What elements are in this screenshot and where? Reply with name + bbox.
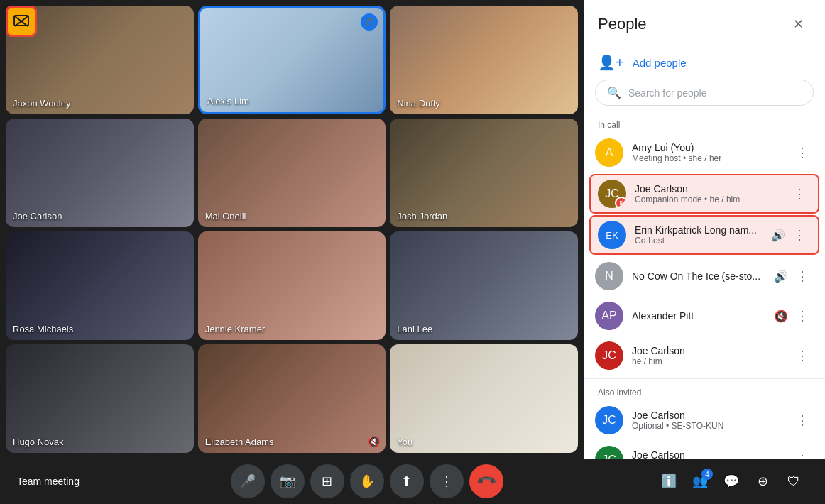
audio-on-badge: 🎵 <box>361 13 378 31</box>
person-item[interactable]: JC🖥Joe CarlsonCompanion mode • he / him⋮ <box>589 174 819 214</box>
panel-header: People ✕ <box>584 0 825 48</box>
avatar: N <box>595 262 623 290</box>
participant-name: You <box>397 437 412 447</box>
person-name: Alexander Pitt <box>632 310 765 322</box>
more-options-button[interactable]: ⋮ <box>791 344 814 367</box>
chat-button[interactable]: 💬 <box>717 467 745 495</box>
more-options-button[interactable]: ⋮ <box>788 182 811 205</box>
person-sub: Meeting host • she / her <box>632 153 782 163</box>
person-info: Joe Carlsonhe / him <box>632 345 782 366</box>
more-options-button[interactable]: ⋮ <box>791 305 814 327</box>
people-list: AAmy Lui (You)Meeting host • she / her⋮J… <box>584 133 825 459</box>
activities-button[interactable]: ⊕ <box>748 467 777 495</box>
video-tile: Rosa Michaels <box>6 231 194 340</box>
person-name: Erin Kirkpatrick Long nam... <box>635 224 763 236</box>
avatar: AP <box>595 302 623 330</box>
people-button[interactable]: 👥 4 <box>686 467 714 495</box>
person-item[interactable]: APAlexander Pitt🔇⋮ <box>584 296 825 336</box>
more-options-button[interactable]: ⋮ <box>791 409 814 432</box>
also-invited-label: Also invited <box>584 382 825 400</box>
participant-name: Mai Oneill <box>205 211 246 221</box>
person-sub: Co-host <box>635 236 763 246</box>
participant-name: Jennie Kramer <box>205 324 266 334</box>
person-actions: ⋮ <box>791 141 814 164</box>
participant-name: Josh Jordan <box>397 211 447 221</box>
person-info: No Cow On The Ice (se-sto... <box>632 270 765 282</box>
person-actions: ⋮ <box>791 344 814 367</box>
person-name: Joe Carlson <box>632 449 782 459</box>
more-options-button[interactable]: ⋮ <box>791 141 814 164</box>
camera-button[interactable]: 📷 <box>271 464 305 498</box>
person-item[interactable]: EKErin Kirkpatrick Long nam...Co-host🔊⋮ <box>589 215 819 255</box>
search-icon: 🔍 <box>607 86 621 99</box>
people-count-badge: 4 <box>701 469 713 480</box>
end-call-button[interactable]: 📞 <box>462 457 510 504</box>
more-options-button[interactable]: ⋮ <box>788 224 811 246</box>
video-tile: Elizabeth Adams🔇 <box>198 344 386 453</box>
section-divider <box>584 378 825 379</box>
person-item[interactable]: JCJoe Carlsonhe / him⋮ <box>584 336 825 376</box>
avatar: JC🖥 <box>598 180 626 208</box>
person-name: Joe Carlson <box>632 345 782 356</box>
person-sub: Companion mode • he / him <box>635 195 780 204</box>
in-call-section-label: In call <box>584 114 825 133</box>
add-people-row[interactable]: 👤+ Add people <box>584 48 825 80</box>
person-sub: he / him <box>632 356 782 366</box>
panel-title: People <box>598 15 647 33</box>
raise-hand-button[interactable]: ✋ <box>350 464 384 498</box>
person-actions: ⋮ <box>791 409 814 432</box>
video-grid: Jaxon Wooley🎵Alexis LimNina DuffyJoe Car… <box>0 0 584 459</box>
person-actions: ⋮ <box>791 449 814 459</box>
participant-name: Nina Duffy <box>397 98 439 109</box>
participant-name: Hugo Novak <box>13 437 64 447</box>
avatar: JC <box>595 406 623 434</box>
person-actions: ⋮ <box>788 182 811 205</box>
people-panel: People ✕ 👤+ Add people 🔍 In call AAmy Lu… <box>584 0 825 459</box>
person-actions: 🔇⋮ <box>774 305 814 327</box>
avatar: JC <box>595 341 623 370</box>
participant-name: Joe Carlson <box>13 211 62 221</box>
captions-button[interactable]: ⊞ <box>310 464 344 498</box>
person-name: No Cow On The Ice (se-sto... <box>632 270 765 282</box>
mic-button[interactable]: 🎤 <box>231 464 265 498</box>
person-name: Joe Carlson <box>635 183 780 195</box>
right-controls: ℹ️ 👥 4 💬 ⊕ 🛡 <box>655 467 808 495</box>
participant-name: Jaxon Wooley <box>13 98 70 109</box>
more-options-button[interactable]: ⋮ <box>791 265 814 287</box>
video-tile: Lani Lee <box>390 231 578 340</box>
person-actions: 🔊⋮ <box>771 224 811 246</box>
participant-name: Elizabeth Adams <box>205 437 274 447</box>
safety-button[interactable]: 🛡 <box>780 467 808 495</box>
video-tile: Jennie Kramer <box>198 231 386 340</box>
person-info: Joe CarlsonOptional • SE-STO-KUN <box>632 410 782 431</box>
video-tile: Hugo Novak <box>6 344 194 453</box>
mic-off-icon: 🔇 <box>774 309 788 323</box>
mute-icon: 🔇 <box>368 436 380 447</box>
person-item[interactable]: JCJoe CarlsonOptional • SE-STO-KUN⋮ <box>584 400 825 440</box>
share-button[interactable]: ⬆ <box>390 464 424 498</box>
person-item[interactable]: AAmy Lui (You)Meeting host • she / her⋮ <box>584 133 825 172</box>
search-box: 🔍 <box>595 80 814 106</box>
search-input[interactable] <box>628 87 802 99</box>
video-tile: Nina Duffy <box>390 6 578 114</box>
avatar: EK <box>598 221 626 249</box>
person-item[interactable]: JCJoe Carlsonhe / him⋮ <box>584 440 825 459</box>
add-person-icon: 👤+ <box>598 54 624 71</box>
avatar: JC <box>595 446 623 459</box>
person-sub: Optional • SE-STO-KUN <box>632 421 782 431</box>
meeting-title: Team meeting <box>17 476 80 487</box>
person-info: Joe Carlsonhe / him <box>632 449 782 459</box>
more-options-button[interactable]: ⋮ <box>791 449 814 459</box>
mic-on-icon: 🔊 <box>774 270 788 283</box>
video-tile: Mai Oneill <box>198 119 386 227</box>
video-tile: Joe Carlson <box>6 119 194 227</box>
info-button[interactable]: ℹ️ <box>655 467 683 495</box>
more-options-button[interactable]: ⋮ <box>430 464 464 498</box>
mic-on-icon: 🔊 <box>771 229 785 242</box>
close-panel-button[interactable]: ✕ <box>785 11 811 37</box>
add-people-label: Add people <box>633 57 687 69</box>
person-info: Amy Lui (You)Meeting host • she / her <box>632 142 782 163</box>
person-item[interactable]: NNo Cow On The Ice (se-sto...🔊⋮ <box>584 256 825 296</box>
participant-name: Rosa Michaels <box>13 324 73 334</box>
video-tile: Josh Jordan <box>390 119 578 227</box>
